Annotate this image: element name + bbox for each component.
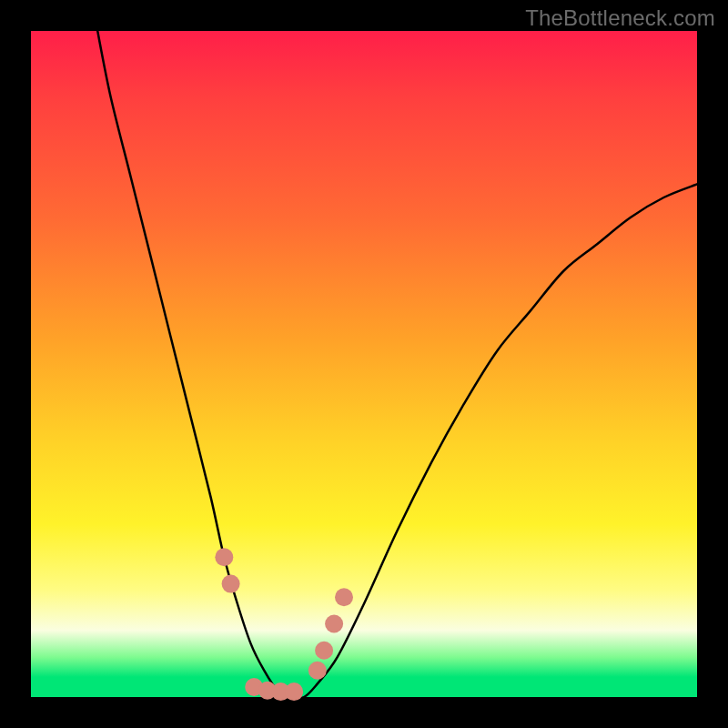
watermark-text: TheBottleneck.com (525, 5, 715, 31)
chart-frame: TheBottleneck.com (0, 0, 728, 728)
curve-svg (31, 31, 697, 697)
curve-marker (308, 662, 327, 680)
curve-marker (222, 575, 240, 593)
plot-area (31, 31, 697, 697)
curve-marker (315, 642, 333, 660)
curve-marker (335, 588, 353, 606)
curve-marker (215, 548, 233, 566)
curve-marker (325, 615, 343, 633)
bottleneck-curve (97, 31, 697, 698)
curve-marker (285, 682, 303, 701)
marker-group (215, 548, 353, 701)
